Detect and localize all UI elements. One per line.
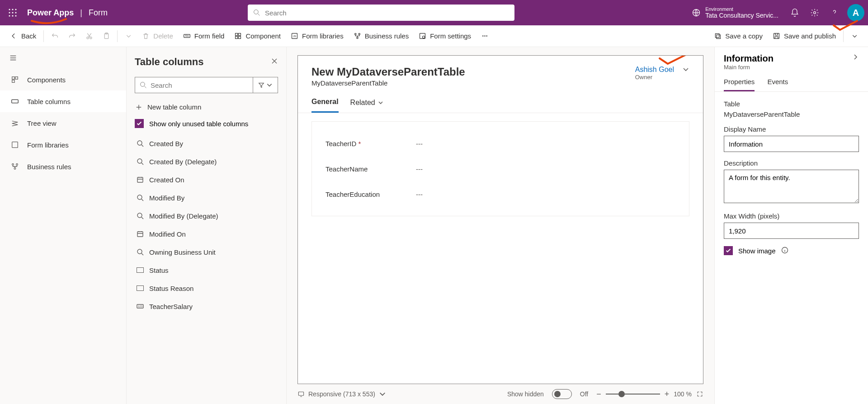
tab-general[interactable]: General [311, 98, 339, 113]
zoom-slider[interactable] [606, 394, 660, 394]
checkbox-checked-icon[interactable] [135, 119, 144, 128]
help-icon[interactable] [826, 4, 844, 22]
zoom-in-icon[interactable]: + [665, 390, 670, 399]
nav-tree-view[interactable]: Tree view [0, 112, 126, 134]
cut-button[interactable] [81, 28, 97, 44]
column-item[interactable]: Status [135, 261, 278, 279]
paste-chevron[interactable] [120, 28, 137, 44]
form-section[interactable]: TeacherID*---TeacherName---TeacherEducat… [311, 121, 689, 216]
svg-line-57 [142, 253, 143, 255]
responsive-dropdown[interactable]: Responsive (713 x 553) [297, 390, 386, 398]
svg-point-51 [137, 195, 142, 200]
form-libraries-label: Form libraries [302, 32, 344, 40]
tab-properties[interactable]: Properties [724, 78, 755, 91]
table-label: Table [724, 100, 859, 108]
save-publish-chevron[interactable] [846, 28, 863, 44]
svg-point-29 [423, 36, 425, 38]
gear-icon[interactable] [806, 4, 824, 22]
svg-point-56 [137, 249, 142, 254]
form-field-row[interactable]: TeacherID*--- [326, 131, 675, 156]
user-avatar[interactable]: A [847, 4, 864, 21]
form-canvas-inner[interactable]: New MyDataverseParentTable MyDataversePa… [297, 55, 703, 384]
column-item-label: Modified By (Delegate) [149, 212, 218, 220]
business-rules-label: Business rules [365, 32, 409, 40]
new-table-column-button[interactable]: New table column [135, 101, 278, 113]
business-rules-button[interactable]: Business rules [349, 28, 414, 44]
svg-point-27 [356, 37, 358, 38]
checkbox-checked-icon[interactable] [724, 246, 733, 255]
column-item[interactable]: Created On [135, 171, 278, 189]
form-field-row[interactable]: TeacherEducation--- [326, 181, 675, 207]
svg-point-32 [486, 35, 487, 36]
back-button[interactable]: Back [5, 28, 41, 44]
description-textarea[interactable] [724, 170, 859, 203]
save-publish-button[interactable]: Save and publish [768, 28, 840, 44]
paste-button[interactable] [98, 28, 114, 44]
notifications-icon[interactable] [786, 4, 804, 22]
show-unused-checkbox-row[interactable]: Show only unused table columns [135, 119, 278, 128]
svg-rect-35 [774, 33, 779, 39]
delete-button[interactable]: Delete [137, 28, 177, 44]
tab-related[interactable]: Related [350, 98, 383, 113]
svg-point-44 [141, 82, 145, 87]
back-label: Back [21, 32, 36, 40]
global-search-input[interactable] [265, 9, 509, 17]
column-item[interactable]: Modified On [135, 225, 278, 243]
brand-name[interactable]: Power Apps [27, 8, 74, 18]
app-launcher-icon[interactable] [4, 4, 22, 22]
nav-components[interactable]: Components [0, 69, 126, 90]
show-hidden-label: Show hidden [507, 390, 544, 398]
info-icon[interactable] [781, 247, 788, 255]
svg-rect-33 [716, 33, 720, 38]
column-item[interactable]: Modified By (Delegate) [135, 207, 278, 225]
column-item[interactable]: Created By [135, 134, 278, 152]
chevron-right-icon[interactable] [852, 53, 859, 62]
undo-button[interactable] [47, 28, 63, 44]
form-field-row[interactable]: TeacherName--- [326, 156, 675, 181]
zoom-out-icon[interactable]: − [596, 390, 601, 399]
column-search-input[interactable] [151, 81, 248, 89]
nav-form-libraries[interactable]: Form libraries [0, 134, 126, 156]
max-width-input[interactable] [724, 223, 859, 239]
column-item[interactable]: Owning Business Unit [135, 243, 278, 261]
nav-table-columns[interactable]: Table columns [0, 90, 126, 112]
column-item[interactable]: 123TeacherSalary [135, 297, 278, 315]
redo-button[interactable] [64, 28, 80, 44]
canvas-footer: Responsive (713 x 553) Show hidden Off −… [287, 384, 714, 404]
filter-button[interactable] [253, 77, 278, 93]
show-image-row[interactable]: Show image [724, 246, 859, 255]
form-settings-button[interactable]: Form settings [414, 28, 476, 44]
delete-label: Delete [153, 32, 173, 40]
show-hidden-toggle[interactable] [552, 389, 572, 399]
global-search[interactable] [248, 5, 514, 21]
field-value: --- [416, 140, 423, 147]
column-item[interactable]: Status Reason [135, 279, 278, 297]
column-list: Created ByCreated By (Delegate)Created O… [135, 134, 278, 315]
svg-rect-34 [717, 35, 721, 39]
tab-events[interactable]: Events [767, 78, 788, 91]
nav-business-rules[interactable]: Business rules [0, 156, 126, 177]
close-icon[interactable] [271, 57, 278, 67]
field-label: TeacherEducation [326, 190, 416, 198]
svg-point-41 [12, 164, 14, 166]
save-copy-button[interactable]: Save a copy [709, 28, 767, 44]
column-item-label: Created On [149, 176, 184, 184]
svg-rect-50 [137, 177, 143, 182]
column-item[interactable]: Modified By [135, 189, 278, 207]
display-name-input[interactable] [724, 136, 859, 152]
form-field-button[interactable]: AbcForm field [179, 28, 229, 44]
column-item[interactable]: Created By (Delegate) [135, 152, 278, 171]
svg-rect-20 [239, 33, 241, 36]
owner-dropdown[interactable]: Ashish Goel Owner [635, 66, 689, 87]
environment-picker[interactable]: Environment Tata Consultancy Servic... [686, 6, 784, 19]
hamburger-icon[interactable] [0, 47, 126, 69]
svg-rect-21 [236, 36, 238, 38]
form-libraries-button[interactable]: JSForm libraries [286, 28, 348, 44]
fit-icon[interactable] [696, 390, 703, 398]
overflow-button[interactable] [476, 28, 493, 44]
svg-point-26 [359, 33, 360, 35]
field-value: --- [416, 190, 423, 198]
column-item-label: TeacherSalary [149, 303, 193, 310]
column-search[interactable] [135, 77, 253, 93]
component-button[interactable]: Component [230, 28, 285, 44]
